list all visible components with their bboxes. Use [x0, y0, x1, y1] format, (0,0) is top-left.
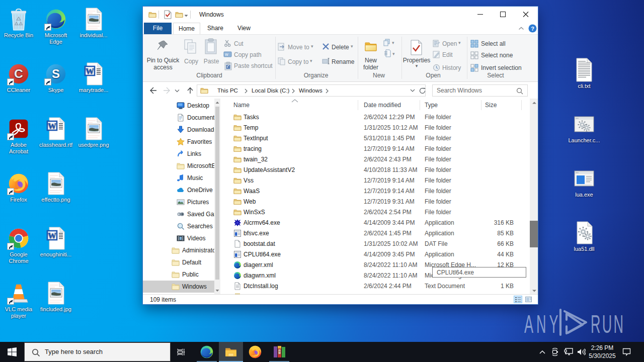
svg-text:?: ? — [531, 26, 534, 32]
svg-text:W: W — [225, 53, 228, 56]
svg-text:ANY: ANY — [524, 310, 561, 338]
svg-text:RUN: RUN — [591, 310, 625, 338]
